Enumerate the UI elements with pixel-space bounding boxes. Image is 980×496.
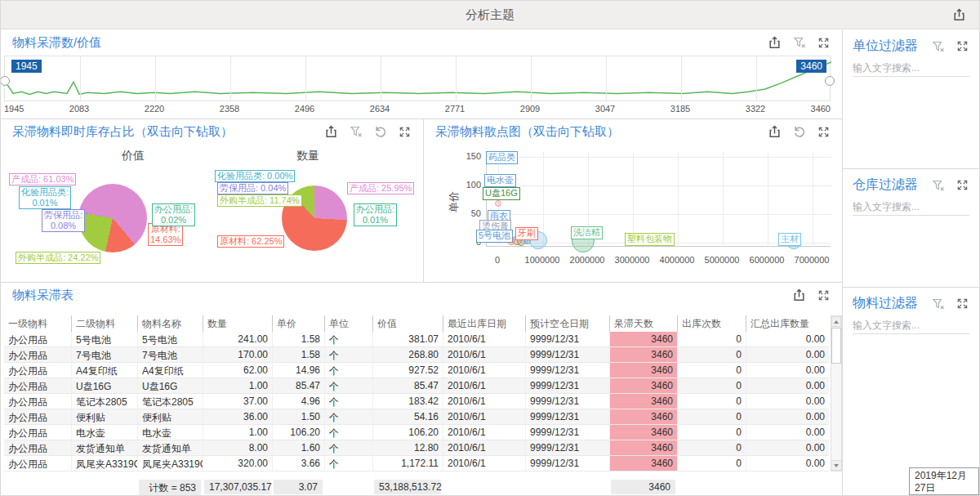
column-header[interactable]: 出库次数 <box>677 315 746 332</box>
table-cell: 便利贴 <box>137 409 203 424</box>
expand-icon[interactable] <box>956 297 969 311</box>
table-cell: 0.00 <box>746 378 829 393</box>
column-header[interactable]: 二级物料 <box>71 315 137 332</box>
expand-icon[interactable] <box>956 39 969 53</box>
pie-slice-label: 劳保用品: 0.04% <box>217 182 288 194</box>
undo-icon[interactable] <box>373 125 387 139</box>
expand-icon[interactable] <box>956 178 969 192</box>
table-cell: 办公用品 <box>4 409 71 424</box>
column-header[interactable]: 数量 <box>203 315 272 332</box>
table-row[interactable]: 办公用品发货通知单发货通知单8.001.60个12.802010/6/19999… <box>4 440 829 456</box>
clear-filter-icon[interactable] <box>931 297 945 311</box>
table-row[interactable]: 办公用品A4复印纸A4复印纸62.0014.96个927.522010/6/19… <box>4 363 829 378</box>
filter-search <box>853 316 969 334</box>
table-row[interactable]: 办公用品5号电池5号电池241.001.58个381.072010/6/1999… <box>4 332 829 347</box>
scatter-body: 单价 0100000020000003000000400000050000006… <box>424 144 842 283</box>
table-cell: 8.00 <box>203 440 272 455</box>
panel-icons <box>792 288 831 302</box>
clear-filter-icon[interactable] <box>931 39 945 53</box>
expand-icon[interactable] <box>817 125 831 139</box>
table-cell: 14.96 <box>272 363 324 378</box>
expand-icon[interactable] <box>398 125 412 139</box>
clear-filter-icon[interactable] <box>792 36 806 50</box>
column-header[interactable]: 单价 <box>272 315 324 332</box>
column-header[interactable]: 物料名称 <box>137 315 203 332</box>
expand-icon[interactable] <box>817 288 831 302</box>
export-icon[interactable] <box>792 288 806 302</box>
slider-handle-right[interactable] <box>825 76 835 86</box>
panel-icons <box>324 125 412 139</box>
filter-sidebar: 单位过滤器仓库过滤器物料过滤器 <box>842 30 979 496</box>
filter-search <box>853 59 969 77</box>
scrollbar-thumb[interactable] <box>831 328 841 364</box>
table-cell: 12.80 <box>372 440 443 455</box>
table-cell: 85.47 <box>372 378 443 393</box>
table-row[interactable]: 办公用品笔记本2805笔记本280537.004.96个183.422010/6… <box>4 394 829 409</box>
totals-cell <box>746 479 829 496</box>
scroll-up-button[interactable] <box>831 316 841 327</box>
pie-slice-label: 原材料: 62.25% <box>217 235 284 248</box>
export-icon[interactable] <box>324 125 338 139</box>
table-cell: 0 <box>677 440 746 455</box>
scatter-point-label: 牙刷 <box>515 227 538 240</box>
table-cell: 个 <box>324 363 372 378</box>
axis-tick: 3047 <box>595 104 615 114</box>
gridline <box>230 56 231 101</box>
undo-icon[interactable] <box>792 125 806 139</box>
column-header[interactable]: 最近出库日期 <box>443 315 525 332</box>
range-min-badge: 1945 <box>11 60 42 73</box>
table-cell: 个 <box>324 378 372 393</box>
axis-tick: 2909 <box>520 104 540 114</box>
table-cell: 54.16 <box>372 409 443 424</box>
table-cell: 笔记本2805 <box>71 394 137 409</box>
table-row[interactable]: 办公用品便利贴便利贴36.001.50个54.162010/6/19999/12… <box>4 409 829 425</box>
column-header[interactable]: 呆滞天数 <box>609 315 677 332</box>
table-cell: 5号电池 <box>137 332 203 346</box>
totals-cell: 计数 = 853 <box>137 479 203 496</box>
gridline <box>723 152 724 247</box>
table-cell: 62.00 <box>203 363 272 378</box>
export-icon[interactable] <box>952 8 966 22</box>
column-header[interactable]: 汇总出库数量 <box>746 315 829 332</box>
table-cell: 0.00 <box>746 440 829 455</box>
table-cell: 37.00 <box>203 394 272 409</box>
table-cell: 9999/12/31 <box>525 332 609 346</box>
table-row[interactable]: 办公用品电水壶电水壶1.00106.20个106.202010/6/19999/… <box>4 425 829 440</box>
clear-filter-icon[interactable] <box>931 178 945 192</box>
clear-filter-icon[interactable] <box>349 125 363 139</box>
gridline <box>813 152 813 247</box>
column-header[interactable]: 一级物料 <box>4 315 71 332</box>
column-header[interactable]: 单位 <box>324 315 372 332</box>
x-axis-tick: 1000000 <box>525 255 560 265</box>
table-row[interactable]: 办公用品7号电池7号电池170.001.58个268.802010/6/1999… <box>4 347 829 363</box>
column-header[interactable]: 预计空仓日期 <box>525 315 609 332</box>
slider-handle-left[interactable] <box>0 76 10 86</box>
scatter-point-label: 电水壶 <box>484 174 516 187</box>
filter-search-input[interactable] <box>853 201 979 212</box>
range-slider-chart[interactable]: 1945 3460 <box>4 56 831 101</box>
export-icon[interactable] <box>768 36 782 50</box>
table-cell: 2010/6/1 <box>443 394 525 409</box>
gridline <box>155 56 156 101</box>
table-scrollbar[interactable] <box>831 315 842 471</box>
scatter-point-label: 塑料包装物 <box>625 233 675 246</box>
table-cell: 个 <box>324 394 372 409</box>
table-cell: A4复印纸 <box>137 363 203 378</box>
scroll-down-button[interactable] <box>831 460 842 471</box>
totals-cell <box>443 479 525 496</box>
expand-icon[interactable] <box>817 36 831 50</box>
gridline <box>487 157 831 158</box>
table-cell: 3.66 <box>272 456 324 471</box>
table-cell: 3460 <box>609 347 677 362</box>
table-cell: 1.50 <box>272 409 324 424</box>
axis-tick: 3460 <box>811 104 831 114</box>
column-header[interactable]: 价值 <box>372 315 443 332</box>
table-row[interactable]: 办公用品凤尾夹A3319C凤尾夹A3319C320.003.66个1,172.1… <box>4 456 829 471</box>
axis-tick: 2634 <box>370 104 390 114</box>
filter-search-input[interactable] <box>853 319 979 331</box>
export-icon[interactable] <box>768 125 782 139</box>
filter-panel-header: 单位过滤器 <box>843 30 979 57</box>
table-row[interactable]: 办公用品U盘16GU盘16G1.0085.47个85.472010/6/1999… <box>4 378 829 394</box>
pie-chart-价值[interactable] <box>78 184 147 252</box>
filter-search-input[interactable] <box>853 62 979 74</box>
